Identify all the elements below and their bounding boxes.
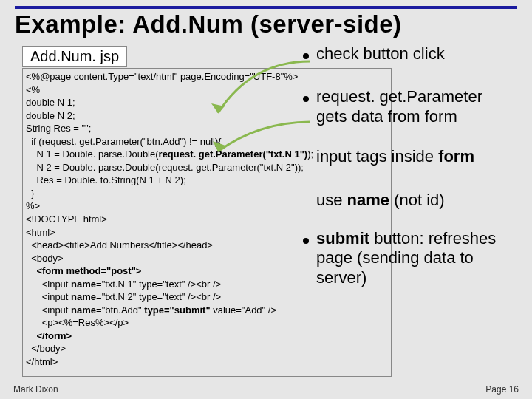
bullet-use-name: use name (not id) (303, 191, 523, 210)
bullet-text: use name (not id) (316, 191, 445, 210)
bullet-text: input tags inside form (316, 147, 474, 166)
divider-top (15, 6, 517, 9)
bullet-request-param: request. get.Parameter gets data from fo… (303, 87, 523, 126)
svg-marker-1 (213, 141, 225, 151)
bullet-submit: submit button: refreshes page (sending d… (303, 229, 523, 287)
bullet-text: submit button: refreshes page (sending d… (316, 229, 523, 287)
bullet-text: request. get.Parameter gets data from fo… (316, 87, 482, 126)
filename-tab: Add.Num. jsp (22, 46, 127, 67)
bullet-dot-icon (303, 238, 309, 244)
footer-author: Mark Dixon (13, 384, 58, 395)
bullet-check-click: check button click (303, 44, 523, 64)
page-title: Example: Add.Num (server-side) (15, 10, 402, 38)
bullet-dot-icon (303, 96, 309, 102)
bullet-text: check button click (316, 44, 445, 64)
bullet-list: check button click request. get.Paramete… (303, 44, 523, 295)
arrow-check-button (207, 58, 318, 124)
bullet-dot-icon (303, 53, 309, 59)
footer-page: Page 16 (485, 384, 519, 395)
bullet-input-tags: input tags inside form (303, 147, 523, 166)
arrow-get-parameter (207, 118, 318, 155)
